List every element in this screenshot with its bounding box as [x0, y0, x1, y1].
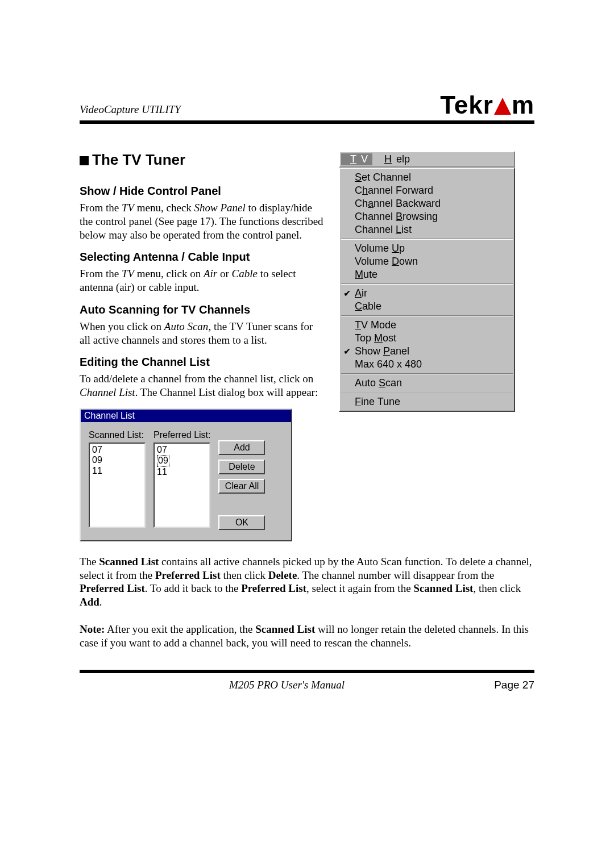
list-item[interactable]: 09: [92, 455, 142, 465]
tv-menu: TV Help Set Channel Channel Forward Chan…: [339, 151, 515, 412]
menu-help[interactable]: Help: [375, 153, 414, 165]
ok-button[interactable]: OK: [218, 515, 265, 530]
heading-edit-list: Editing the Channel List: [80, 356, 324, 369]
triangle-icon: [494, 98, 511, 115]
scanned-listbox[interactable]: 07 09 11: [89, 443, 146, 528]
menu-cable[interactable]: Cable: [340, 300, 514, 313]
menu-volume-down[interactable]: Volume Down: [340, 255, 514, 268]
menu-separator: [341, 373, 513, 374]
delete-button[interactable]: Delete: [218, 460, 265, 474]
footer-manual: M205 PRO User's Manual: [229, 679, 345, 691]
para-edit-list: To add/delete a channel from the channel…: [80, 372, 324, 399]
footer-rule: [80, 670, 534, 673]
clear-all-button[interactable]: Clear All: [218, 479, 265, 494]
menu-tv[interactable]: TV: [341, 153, 372, 165]
menu-auto-scan[interactable]: Auto Scan: [340, 377, 514, 390]
heading-antenna: Selecting Antenna / Cable Input: [80, 251, 324, 264]
header-caption: VideoCapture UTILITY: [80, 103, 181, 119]
header-rule: [80, 120, 534, 124]
brand-logo: Tekr m: [440, 91, 534, 119]
menu-top-most[interactable]: Top Most: [340, 332, 514, 345]
add-button[interactable]: Add: [218, 440, 265, 455]
dialog-title: Channel List: [81, 410, 291, 422]
brand-left: Tekr: [440, 91, 493, 119]
para-scanned-list-desc: The Scanned List contains all active cha…: [80, 555, 534, 609]
preferred-list-label: Preferred List:: [154, 430, 210, 440]
square-bullet-icon: [80, 156, 89, 165]
scanned-list-label: Scanned List:: [89, 430, 146, 440]
menu-volume-up[interactable]: Volume Up: [340, 242, 514, 255]
check-icon: ✔: [343, 288, 351, 299]
list-item[interactable]: 11: [157, 467, 207, 477]
para-antenna: From the TV menu, click on Air or Cable …: [80, 267, 324, 294]
preferred-listbox[interactable]: 07 09 11: [154, 443, 210, 528]
menu-channel-backward[interactable]: Channel Backward: [340, 197, 514, 210]
menu-channel-browsing[interactable]: Channel Browsing: [340, 210, 514, 223]
menu-separator: [341, 315, 513, 316]
para-show-hide: From the TV menu, check Show Panel to di…: [80, 201, 324, 241]
menu-separator: [341, 283, 513, 285]
heading-autoscan: Auto Scanning for TV Channels: [80, 303, 324, 316]
list-item[interactable]: 07: [157, 445, 207, 455]
menu-air[interactable]: ✔Air: [340, 287, 514, 300]
menu-mute[interactable]: Mute: [340, 268, 514, 281]
list-item[interactable]: 07: [92, 445, 142, 455]
menu-set-channel[interactable]: Set Channel: [340, 171, 514, 184]
list-item[interactable]: 09: [157, 455, 207, 466]
footer-page: Page 27: [494, 679, 534, 691]
section-title: The TV Tuner: [80, 151, 324, 169]
menu-max-res[interactable]: Max 640 x 480: [340, 358, 514, 371]
brand-right: m: [512, 91, 534, 119]
menu-show-panel[interactable]: ✔Show Panel: [340, 345, 514, 358]
heading-show-hide: Show / Hide Control Panel: [80, 185, 324, 198]
menu-separator: [341, 392, 513, 393]
para-note: Note: After you exit the application, th…: [80, 623, 534, 650]
menubar: TV Help: [339, 151, 515, 168]
section-title-text: The TV Tuner: [92, 151, 185, 168]
list-item[interactable]: 11: [92, 466, 142, 476]
tv-dropdown: Set Channel Channel Forward Channel Back…: [339, 168, 515, 412]
menu-channel-list[interactable]: Channel List: [340, 223, 514, 236]
menu-fine-tune[interactable]: Fine Tune: [340, 395, 514, 408]
menu-channel-forward[interactable]: Channel Forward: [340, 184, 514, 197]
menu-separator: [341, 239, 513, 240]
menu-tv-mode[interactable]: TV Mode: [340, 319, 514, 332]
check-icon: ✔: [343, 346, 351, 357]
channel-list-dialog: Channel List Scanned List: 07 09 11 Pref…: [80, 408, 292, 541]
para-autoscan: When you click on Auto Scan, the TV Tune…: [80, 320, 324, 347]
